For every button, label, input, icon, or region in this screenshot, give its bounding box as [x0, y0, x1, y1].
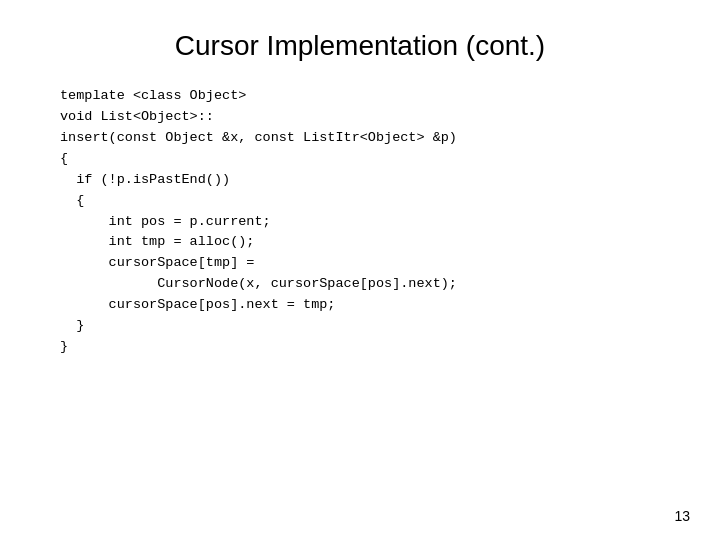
- page-number: 13: [674, 508, 690, 524]
- code-block: template <class Object> void List<Object…: [60, 86, 660, 358]
- slide-container: Cursor Implementation (cont.) template <…: [0, 0, 720, 540]
- slide-title: Cursor Implementation (cont.): [175, 30, 545, 62]
